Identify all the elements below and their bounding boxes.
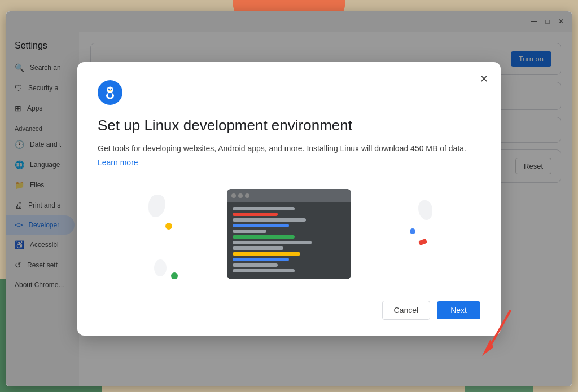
modal-overlay: ✕ Set up Linux development environment G… (6, 11, 572, 386)
blue-dot-decoration (410, 228, 415, 234)
code-line-4 (233, 230, 266, 233)
code-line-0 (233, 207, 295, 210)
blob-decoration-left2 (154, 259, 167, 276)
modal-description: Get tools for developing websites, Andro… (98, 142, 480, 155)
next-button[interactable]: Next (437, 301, 480, 319)
svg-point-5 (108, 93, 112, 98)
settings-window: — □ ✕ Settings 🔍 Search an 🛡 Security a … (6, 11, 572, 386)
svg-point-4 (109, 90, 112, 92)
code-line-2 (233, 218, 306, 222)
blob-decoration-left (148, 195, 165, 217)
yellow-dot-decoration (165, 223, 172, 230)
penguin-icon (102, 85, 118, 100)
code-line-5 (233, 235, 295, 239)
terminal-content (227, 202, 351, 277)
terminal-illustration (227, 189, 351, 279)
red-dot-decoration (418, 238, 427, 245)
code-line-6 (233, 241, 312, 244)
terminal-dot-3 (245, 193, 249, 198)
terminal-dot-1 (231, 193, 236, 198)
terminal-titlebar (227, 189, 351, 202)
code-line-7 (233, 246, 283, 250)
modal-footer: Cancel Next (98, 301, 480, 320)
cancel-button[interactable]: Cancel (382, 301, 431, 320)
green-dot-decoration (171, 272, 178, 279)
code-line-1 (233, 213, 278, 216)
code-line-8 (233, 252, 300, 256)
modal-title: Set up Linux development environment (98, 116, 480, 135)
code-line-9 (233, 258, 289, 261)
close-icon: ✕ (480, 73, 488, 85)
modal-close-button[interactable]: ✕ (476, 71, 492, 87)
modal-illustration (98, 183, 480, 285)
code-line-10 (233, 263, 278, 267)
code-line-3 (233, 224, 289, 227)
linux-logo (98, 80, 122, 105)
blob-decoration-right (418, 200, 432, 220)
terminal-dot-2 (238, 193, 243, 198)
code-line-11 (233, 269, 295, 272)
learn-more-link[interactable]: Learn more (98, 158, 138, 167)
linux-setup-modal: ✕ Set up Linux development environment G… (77, 62, 501, 335)
